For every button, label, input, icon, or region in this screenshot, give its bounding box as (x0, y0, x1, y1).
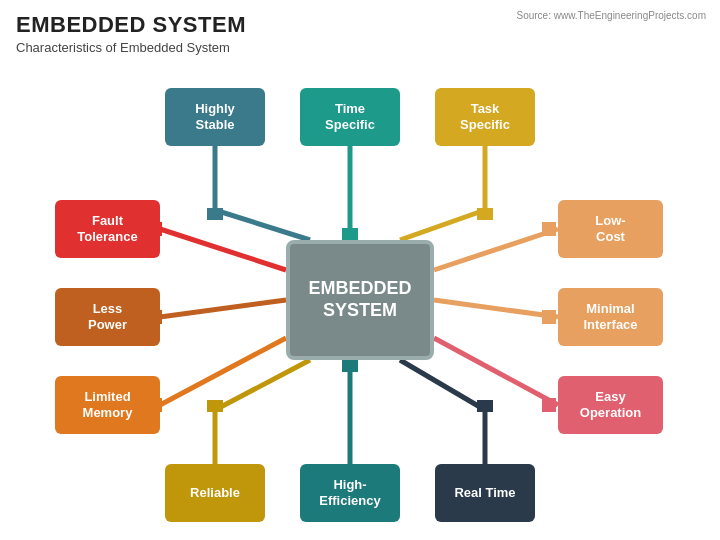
svg-line-18 (434, 338, 558, 405)
svg-rect-11 (542, 222, 556, 236)
char-box-task-specific: Task Specific (435, 88, 535, 146)
center-box: EMBEDDED SYSTEM (286, 240, 434, 360)
svg-rect-2 (207, 208, 223, 220)
svg-line-16 (160, 338, 286, 405)
svg-line-26 (400, 360, 485, 410)
svg-line-1 (215, 210, 310, 240)
svg-rect-7 (477, 208, 493, 220)
char-box-limited-memory: Limited Memory (55, 376, 160, 434)
char-box-less-power: Less Power (55, 288, 160, 346)
svg-rect-27 (477, 400, 493, 412)
svg-line-12 (160, 300, 286, 317)
page-subtitle: Characteristics of Embedded System (16, 40, 704, 55)
svg-line-10 (434, 229, 558, 270)
char-box-fault-tolerance: Fault Tolerance (55, 200, 160, 258)
svg-rect-24 (342, 358, 358, 372)
diagram-area: EMBEDDED SYSTEM Highly StableTime Specif… (0, 70, 720, 530)
svg-line-14 (434, 300, 558, 317)
char-box-time-specific: Time Specific (300, 88, 400, 146)
char-box-easy-operation: Easy Operation (558, 376, 663, 434)
center-label: EMBEDDED SYSTEM (308, 278, 411, 321)
char-box-reliable: Reliable (165, 464, 265, 522)
char-box-high-efficiency: High- Efficiency (300, 464, 400, 522)
char-box-real-time: Real Time (435, 464, 535, 522)
svg-line-8 (160, 229, 286, 270)
svg-line-6 (400, 210, 485, 240)
char-box-highly-stable: Highly Stable (165, 88, 265, 146)
svg-rect-19 (542, 398, 556, 412)
page-header: EMBEDDED SYSTEM Characteristics of Embed… (0, 0, 720, 59)
svg-rect-22 (207, 400, 223, 412)
char-box-minimal-interface: Minimal Interface (558, 288, 663, 346)
source-text: Source: www.TheEngineeringProjects.com (516, 10, 706, 21)
svg-rect-15 (542, 310, 556, 324)
char-box-low-cost: Low- Cost (558, 200, 663, 258)
